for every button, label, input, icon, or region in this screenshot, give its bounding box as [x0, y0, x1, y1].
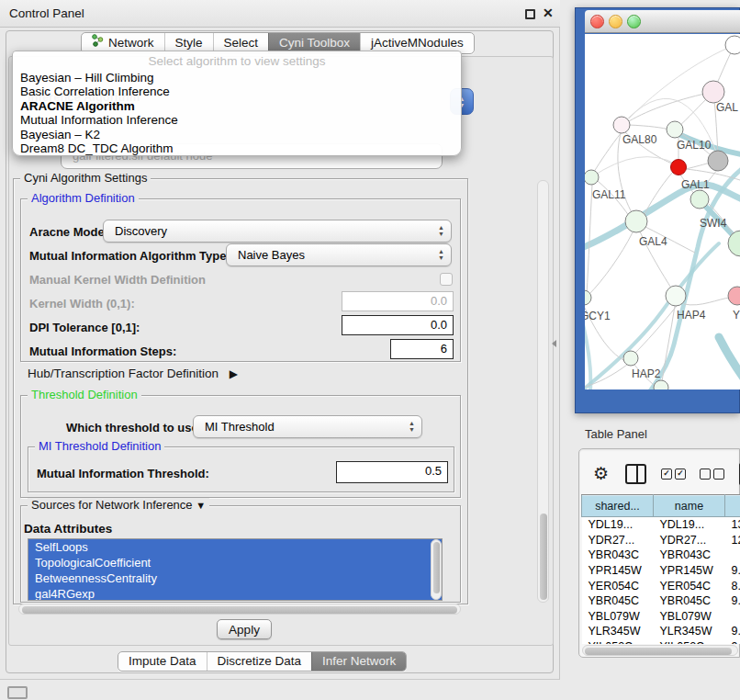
network-node-label: SWI4	[700, 217, 727, 230]
table-cell: YBL079W	[654, 609, 725, 625]
hub-definition-expander[interactable]: Hub/Transcription Factor Definition ▶	[28, 367, 238, 380]
table-row[interactable]: YBR045CYBR045C9.	[582, 593, 740, 609]
bottom-tab-infer-network[interactable]: Infer Network	[311, 652, 406, 671]
network-node-label: GAL4	[639, 235, 667, 248]
network-node[interactable]	[585, 170, 599, 185]
mi-threshold-label: Mutual Information Threshold:	[37, 467, 209, 480]
manual-kernel-width-label: Manual Kernel Width Definition	[29, 273, 206, 287]
network-node[interactable]	[613, 117, 630, 133]
data-attribute-item[interactable]: TopologicalCoefficient	[28, 555, 442, 570]
sources-group-title[interactable]: Sources for Network Inference ▼	[28, 498, 209, 512]
table-cell: YBR045C	[582, 593, 654, 609]
which-threshold-combo[interactable]: MI Threshold ▲▼	[193, 415, 422, 438]
control-panel-titlebar[interactable]: Control Panel ✕	[0, 0, 560, 28]
mi-threshold-definition-title: MI Threshold Definition	[35, 439, 164, 453]
network-graph[interactable]: GALGAL80GAL10GAL1GAL11SWI4GAL4GCY1HAP4YH…	[585, 34, 740, 390]
node-table: shared...nameA YDL19...YDL19...13YDR27..…	[581, 494, 740, 644]
network-node-label: GAL11	[592, 188, 626, 201]
expander-down-arrow-icon[interactable]: ▼	[196, 500, 206, 511]
select-all-rows-icon[interactable]: ✓ ✓	[661, 469, 686, 480]
algorithm-option[interactable]: Bayesian – Hill Climbing	[13, 71, 461, 85]
data-attributes-list[interactable]: SelfLoopsTopologicalCoefficientBetweenne…	[28, 538, 443, 601]
table-row[interactable]: YIL052CYIL052C9.	[582, 639, 740, 644]
table-row[interactable]: YER054CYER054C8.	[582, 578, 740, 593]
manual-kernel-width-checkbox[interactable]	[440, 273, 453, 286]
algorithm-option[interactable]: Mutual Information Inference	[13, 113, 461, 127]
table-cell: YBR043C	[654, 548, 725, 563]
table-row[interactable]: YBL079WYBL079W	[582, 609, 740, 625]
network-node[interactable]	[625, 210, 647, 232]
table-panel-title: Table Panel	[585, 427, 647, 441]
network-view-window[interactable]: GALGAL80GAL10GAL1GAL11SWI4GAL4GCY1HAP4YH…	[575, 7, 740, 413]
network-node[interactable]	[666, 286, 686, 306]
checked-box-icon: ✓	[661, 469, 672, 480]
table-cell: YIL052C	[582, 639, 654, 644]
table-horizontal-scrollbar-thumb[interactable]	[585, 648, 732, 655]
network-window-titlebar[interactable]	[585, 10, 740, 33]
kernel-width-field[interactable]: 0.0	[342, 291, 454, 311]
table-column-header[interactable]: A	[725, 495, 740, 517]
network-node[interactable]	[728, 287, 740, 305]
bottom-tab-impute-data[interactable]: Impute Data	[118, 652, 207, 671]
unchecked-box-icon	[700, 469, 711, 480]
network-node-label: Y	[733, 309, 740, 322]
network-node[interactable]	[708, 151, 728, 171]
algorithm-option[interactable]: Dream8 DC_TDC Algorithm	[13, 141, 461, 155]
table-column-header[interactable]: shared...	[582, 495, 654, 517]
expander-right-arrow-icon[interactable]: ▶	[230, 367, 238, 380]
deselect-all-rows-icon[interactable]	[700, 469, 724, 480]
dpi-tolerance-field[interactable]: 0.0	[342, 315, 454, 335]
bottom-tab-discretize-data[interactable]: Discretize Data	[207, 652, 312, 671]
mi-threshold-field[interactable]: 0.5	[336, 461, 448, 483]
aracne-mode-combo[interactable]: Discovery ▲▼	[103, 220, 452, 243]
settings-vertical-scrollbar-thumb[interactable]	[540, 514, 547, 600]
settings-horizontal-scrollbar-thumb[interactable]	[22, 606, 457, 614]
zoom-traffic-light-icon[interactable]	[627, 15, 641, 28]
data-attribute-item[interactable]: gal4RGexp	[28, 586, 442, 601]
mi-steps-field[interactable]: 6	[390, 339, 454, 359]
control-panel-title: Control Panel	[9, 6, 84, 20]
network-node-label: GAL	[716, 101, 738, 114]
close-traffic-light-icon[interactable]	[590, 15, 604, 28]
cyni-bottom-tabbar: Impute DataDiscretize DataInfer Network	[118, 651, 407, 672]
desktop: { "titlebar": { "title": "Control Panel"…	[0, 0, 740, 700]
network-node[interactable]	[690, 190, 709, 209]
table-options-gear-icon[interactable]: ⚙	[593, 460, 609, 488]
table-row[interactable]: YPR145WYPR145W9.	[582, 563, 740, 579]
column-visibility-icon[interactable]	[625, 464, 646, 484]
network-node[interactable]	[702, 81, 724, 103]
unchecked-box-icon	[713, 469, 724, 480]
table-row[interactable]: YDL19...YDL19...13	[582, 517, 740, 533]
minimize-traffic-light-icon[interactable]	[609, 15, 622, 28]
network-node[interactable]	[725, 36, 740, 54]
tab-label: Impute Data	[129, 651, 196, 672]
attributes-list-scrollbar[interactable]	[431, 539, 442, 600]
mi-algorithm-type-label: Mutual Information Algorithm Type:	[29, 249, 230, 263]
algorithm-option[interactable]: Basic Correlation Inference	[13, 85, 461, 98]
algorithm-option[interactable]: Bayesian – K2	[13, 128, 461, 141]
table-horizontal-scrollbar[interactable]	[582, 645, 738, 656]
algorithm-option[interactable]: ARACNE Algorithm	[13, 99, 461, 113]
close-icon[interactable]: ✕	[543, 6, 554, 20]
float-window-icon[interactable]	[525, 9, 535, 19]
table-cell: YLR345W	[582, 624, 654, 639]
data-attribute-item[interactable]: SelfLoops	[28, 539, 442, 555]
settings-horizontal-scrollbar[interactable]	[18, 604, 461, 615]
mi-algorithm-type-combo[interactable]: Naive Bayes ▲▼	[226, 243, 452, 266]
network-node-label: GCY1	[585, 310, 611, 322]
table-column-header[interactable]: name	[654, 495, 725, 517]
network-node[interactable]	[667, 121, 683, 138]
table-cell: YPR145W	[654, 563, 725, 579]
splitter-collapse-arrow-icon[interactable]	[552, 340, 556, 347]
settings-vertical-scrollbar[interactable]	[537, 180, 549, 603]
table-row[interactable]: YBR043CYBR043C	[582, 548, 740, 563]
attributes-list-scrollbar-thumb[interactable]	[433, 542, 440, 593]
apply-button[interactable]: Apply	[217, 619, 272, 639]
table-row[interactable]: YDR27...YDR27...12	[582, 533, 740, 548]
network-node[interactable]	[671, 160, 687, 175]
network-node[interactable]	[623, 351, 638, 366]
network-canvas[interactable]: GALGAL80GAL10GAL1GAL11SWI4GAL4GCY1HAP4YH…	[585, 34, 740, 390]
minimized-panel-grip[interactable]	[7, 686, 28, 699]
table-row[interactable]: YLR345WYLR345W9.	[582, 624, 740, 639]
data-attribute-item[interactable]: BetweennessCentrality	[28, 570, 442, 586]
